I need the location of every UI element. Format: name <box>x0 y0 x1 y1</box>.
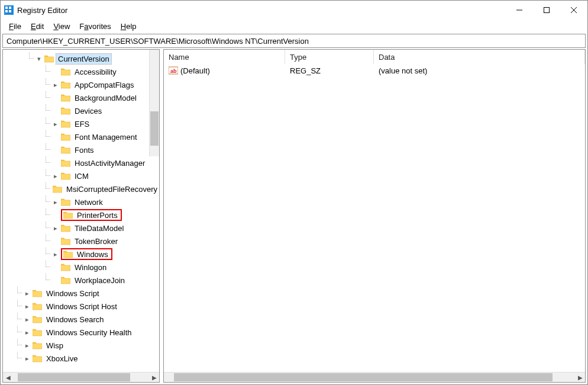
tree-line <box>46 169 50 176</box>
expander-none <box>51 237 60 245</box>
tree-item[interactable]: ▾CurrentVersion <box>3 52 159 65</box>
tree-item[interactable]: ▸XboxLive <box>3 352 159 365</box>
expander-closed-icon[interactable]: ▸ <box>23 302 31 310</box>
tree-item[interactable]: MsiCorruptedFileRecovery <box>3 182 159 195</box>
tree-item[interactable]: ▸Windows <box>3 248 159 261</box>
tree-item-label: EFS <box>73 119 91 129</box>
scrollbar-thumb[interactable] <box>174 373 553 381</box>
tree-item[interactable]: Font Management <box>3 130 159 143</box>
menu-help[interactable]: Help <box>116 21 141 32</box>
folder-icon <box>61 158 70 168</box>
tree-item-label: Windows Script <box>44 288 101 299</box>
tree-line <box>46 117 50 124</box>
expander-open-icon[interactable]: ▾ <box>35 54 43 63</box>
scroll-right-icon[interactable]: ▶ <box>575 373 585 383</box>
tree-line <box>46 65 50 72</box>
value-row[interactable]: (Default)REG_SZ(value not set) <box>164 64 585 77</box>
tree-item[interactable]: Winlogon <box>3 261 159 274</box>
scrollbar-thumb[interactable] <box>18 373 130 381</box>
expander-closed-icon[interactable]: ▸ <box>23 354 31 362</box>
tree-line <box>46 78 50 85</box>
tree-item-label: Devices <box>73 106 104 116</box>
svg-rect-1 <box>5 7 8 9</box>
close-icon <box>571 7 577 13</box>
tree-vertical-scrollbar[interactable] <box>149 50 159 156</box>
value-name-cell: (Default) <box>164 66 285 75</box>
column-header-name[interactable]: Name <box>164 50 285 64</box>
tree-item[interactable]: ▸Windows Script <box>3 287 159 300</box>
list-horizontal-scrollbar[interactable]: ▶ <box>164 372 585 382</box>
expander-closed-icon[interactable]: ▸ <box>51 250 60 258</box>
address-path: Computer\HKEY_CURRENT_USER\SOFTWARE\Micr… <box>7 37 309 46</box>
column-header-type[interactable]: Type <box>285 50 374 64</box>
menu-file[interactable]: File <box>4 21 26 32</box>
menu-view[interactable]: View <box>49 21 75 32</box>
scroll-right-icon[interactable]: ▶ <box>149 373 159 383</box>
minimize-button[interactable] <box>506 1 533 20</box>
list-header: Name Type Data <box>164 50 585 64</box>
folder-icon <box>61 275 70 285</box>
registry-tree[interactable]: ▾CurrentVersionAccessibility▸AppCompatFl… <box>3 50 159 372</box>
tree-item-label: Windows Search <box>44 315 106 325</box>
value-type-cell: REG_SZ <box>285 66 374 75</box>
column-header-data[interactable]: Data <box>374 50 585 64</box>
expander-none <box>51 276 60 284</box>
tree-line <box>17 326 22 332</box>
expander-closed-icon[interactable]: ▸ <box>51 224 60 232</box>
folder-icon <box>33 354 42 363</box>
tree-line <box>17 352 22 358</box>
svg-rect-4 <box>9 10 11 12</box>
tree-item-label: Fonts <box>73 145 96 155</box>
expander-closed-icon[interactable]: ▸ <box>51 81 60 89</box>
tree-item[interactable]: ▸Windows Search <box>3 313 159 326</box>
expander-closed-icon[interactable]: ▸ <box>23 315 31 323</box>
tree-item[interactable]: ▸ICM <box>3 169 159 182</box>
menu-favorites[interactable]: Favorites <box>75 21 115 32</box>
value-data-cell: (value not set) <box>374 66 585 75</box>
tree-item-label: Font Management <box>73 132 139 142</box>
tree-item[interactable]: BackgroundModel <box>3 91 159 104</box>
folder-icon <box>33 315 42 324</box>
folder-icon <box>33 301 42 311</box>
tree-item[interactable]: PrinterPorts <box>3 208 159 222</box>
expander-closed-icon[interactable]: ▸ <box>51 120 60 128</box>
tree-item[interactable]: ▸Network <box>3 195 159 208</box>
tree-line <box>46 182 50 189</box>
tree-item[interactable]: Devices <box>3 104 159 117</box>
expander-closed-icon[interactable]: ▸ <box>23 328 31 336</box>
tree-pane: ▾CurrentVersionAccessibility▸AppCompatFl… <box>2 49 160 383</box>
expander-closed-icon[interactable]: ▸ <box>51 172 60 180</box>
expander-closed-icon[interactable]: ▸ <box>51 198 60 206</box>
scrollbar-thumb[interactable] <box>150 111 159 146</box>
tree-line <box>46 274 50 280</box>
value-list[interactable]: (Default)REG_SZ(value not set) <box>164 64 585 372</box>
window-controls <box>506 1 587 20</box>
tree-item[interactable]: ▸Windows Security Health <box>3 326 159 339</box>
tree-item[interactable]: Accessibility <box>3 65 159 78</box>
tree-item-label: PrinterPorts <box>75 210 119 220</box>
tree-item[interactable]: ▸Windows Script Host <box>3 300 159 313</box>
tree-item[interactable]: WorkplaceJoin <box>3 274 159 287</box>
menu-edit[interactable]: Edit <box>26 21 49 32</box>
expander-closed-icon[interactable]: ▸ <box>23 289 31 297</box>
tree-item-label: Winlogon <box>73 262 108 272</box>
scroll-left-icon[interactable]: ◀ <box>3 373 13 383</box>
tree-horizontal-scrollbar[interactable]: ◀ ▶ <box>3 372 159 382</box>
tree-item[interactable]: ▸AppCompatFlags <box>3 78 159 91</box>
close-button[interactable] <box>560 1 587 20</box>
string-value-icon <box>169 66 178 75</box>
maximize-button[interactable] <box>533 1 560 20</box>
tree-item[interactable]: Fonts <box>3 143 159 156</box>
expander-none <box>51 68 60 76</box>
tree-line <box>17 287 22 293</box>
tree-line <box>46 104 50 111</box>
tree-item[interactable]: ▸Wisp <box>3 339 159 352</box>
tree-item[interactable]: HostActivityManager <box>3 156 159 169</box>
tree-item-label: ICM <box>73 171 91 181</box>
expander-closed-icon[interactable]: ▸ <box>23 341 31 349</box>
tree-item[interactable]: ▸EFS <box>3 117 159 130</box>
tree-item[interactable]: TokenBroker <box>3 235 159 248</box>
value-name: (Default) <box>180 66 210 75</box>
address-bar[interactable]: Computer\HKEY_CURRENT_USER\SOFTWARE\Micr… <box>2 34 586 48</box>
tree-item[interactable]: ▸TileDataModel <box>3 222 159 235</box>
